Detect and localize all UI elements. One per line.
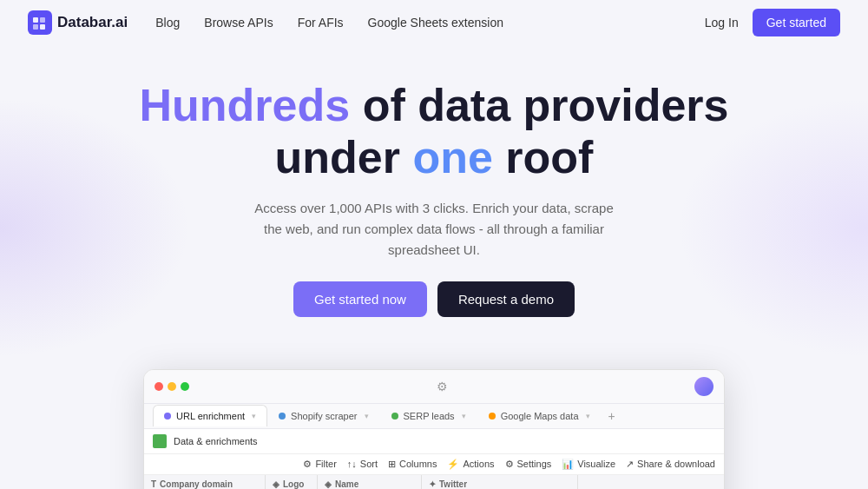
settings-button[interactable]: ⚙ Settings — [505, 459, 552, 470]
tab-dot-serp — [391, 413, 398, 420]
svg-rect-2 — [40, 17, 45, 23]
filter-label: Filter — [315, 459, 336, 469]
svg-rect-0 — [28, 10, 52, 35]
expand-dot — [181, 382, 189, 391]
app-mockup: ⚙ URL enrichment ▾ Shopify scraper ▾ SER… — [143, 369, 725, 489]
visualize-button[interactable]: 📊 Visualize — [562, 459, 615, 470]
tab-maps-label: Google Maps data — [501, 411, 579, 421]
tab-dot-shopify — [279, 413, 286, 420]
sort-icon: ↑↓ — [347, 459, 357, 469]
header-logo-icon: ◈ — [273, 479, 279, 489]
login-link[interactable]: Log In — [705, 16, 739, 30]
tab-google-maps[interactable]: Google Maps data ▾ — [477, 405, 602, 426]
headline-line2-pre: under — [275, 132, 413, 182]
nav-browse-apis[interactable]: Browse APIs — [204, 16, 273, 30]
columns-icon: ⊞ — [388, 459, 396, 470]
nav-links: Blog Browse APIs For AFIs Google Sheets … — [155, 16, 705, 30]
visualize-label: Visualize — [577, 459, 615, 469]
settings-icon: ⚙ — [437, 380, 448, 393]
headline-hundreds: Hundreds — [140, 80, 351, 130]
sort-button[interactable]: ↑↓ Sort — [347, 459, 378, 469]
filter-icon: ⚙ — [303, 459, 312, 470]
data-table: T Company domain ◈ Logo ◈ Name ✦ Twitter… — [144, 475, 724, 489]
toolbar-label: Data & enrichments — [174, 436, 258, 446]
logo[interactable]: Databar.ai — [28, 10, 128, 35]
tab-url-label: URL enrichment — [176, 411, 245, 421]
actions-icon: ⚡ — [447, 459, 459, 470]
share-download-button[interactable]: ↗ Share & download — [626, 459, 715, 470]
table-header: T Company domain ◈ Logo ◈ Name ✦ Twitter — [144, 475, 724, 489]
hero-headline: Hundreds of data providers under one roo… — [17, 80, 851, 184]
visualize-icon: 📊 — [562, 459, 574, 470]
nav-google-sheets[interactable]: Google Sheets extension — [368, 16, 503, 30]
nav-for-afis[interactable]: For AFIs — [298, 16, 344, 30]
get-started-nav-button[interactable]: Get started — [753, 9, 840, 36]
headline-one: one — [412, 132, 492, 182]
minimize-dot — [168, 382, 176, 391]
header-logo: ◈ Logo — [266, 475, 318, 489]
tab-serp[interactable]: SERP leads ▾ — [380, 405, 477, 426]
action-bar: ⚙ Filter ↑↓ Sort ⊞ Columns ⚡ Actions ⚙ S… — [144, 454, 724, 475]
svg-rect-4 — [40, 24, 45, 30]
columns-button[interactable]: ⊞ Columns — [388, 459, 437, 470]
sheet-tabs: URL enrichment ▾ Shopify scraper ▾ SERP … — [144, 404, 724, 429]
sheet-toolbar: Data & enrichments — [144, 429, 724, 454]
share-label: Share & download — [637, 459, 715, 469]
logo-icon — [28, 10, 52, 35]
logo-text: Databar.ai — [57, 14, 128, 31]
header-name-icon: ◈ — [325, 479, 332, 489]
tab-url-enrichment[interactable]: URL enrichment ▾ — [153, 405, 267, 426]
tab-dot-url — [164, 413, 171, 420]
svg-rect-1 — [33, 17, 38, 23]
tab-serp-label: SERP leads — [404, 411, 455, 421]
settings-action-icon: ⚙ — [505, 459, 514, 470]
tab-dot-maps — [489, 413, 496, 420]
settings-label: Settings — [517, 459, 552, 469]
nav-blog[interactable]: Blog — [155, 16, 180, 30]
get-started-hero-button[interactable]: Get started now — [293, 281, 427, 317]
header-domain: T Company domain — [144, 475, 266, 489]
tab-shopify[interactable]: Shopify scraper ▾ — [267, 405, 379, 426]
columns-label: Columns — [399, 459, 437, 469]
headline-line2-post: roof — [493, 132, 594, 182]
header-name: ◈ Name — [318, 475, 422, 489]
hero-buttons: Get started now Request a demo — [17, 281, 851, 317]
sheet-icon — [153, 434, 167, 448]
titlebar: ⚙ — [144, 370, 724, 404]
headline-middle: of data providers — [350, 80, 728, 130]
nav-right: Log In Get started — [705, 9, 840, 36]
tab-shopify-label: Shopify scraper — [291, 411, 357, 421]
close-dot — [155, 382, 163, 391]
request-demo-button[interactable]: Request a demo — [437, 281, 575, 317]
add-tab-button[interactable]: + — [602, 404, 622, 428]
hero-section: Hundreds of data providers under one roo… — [0, 45, 868, 369]
share-icon: ↗ — [626, 459, 634, 470]
actions-button[interactable]: ⚡ Actions — [447, 459, 494, 470]
window-controls — [155, 382, 189, 391]
header-twitter-icon: ✦ — [429, 479, 436, 489]
header-domain-icon: T — [151, 479, 156, 489]
svg-rect-3 — [33, 24, 38, 30]
sort-label: Sort — [360, 459, 378, 469]
navbar: Databar.ai Blog Browse APIs For AFIs Goo… — [0, 0, 868, 45]
filter-button[interactable]: ⚙ Filter — [303, 459, 336, 470]
hero-subtext: Access over 1,000 APIs with 3 clicks. En… — [252, 198, 616, 261]
header-twitter: ✦ Twitter — [422, 475, 578, 489]
mockup-wrapper: ⚙ URL enrichment ▾ Shopify scraper ▾ SER… — [0, 369, 868, 489]
actions-label: Actions — [463, 459, 494, 469]
user-avatar — [694, 377, 713, 396]
